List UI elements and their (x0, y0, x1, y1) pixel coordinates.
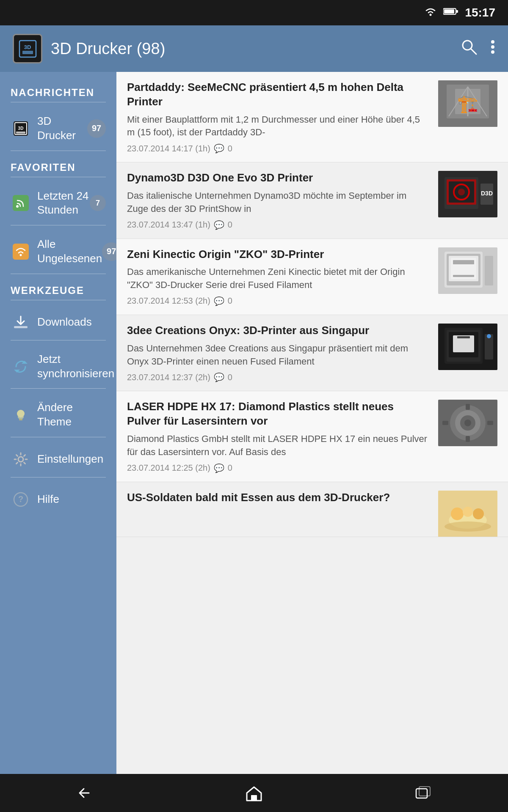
comment-icon-4: 💬 (214, 372, 224, 382)
news-item-laser[interactable]: LASER HDPE HX 17: Diamond Plastics stell… (116, 391, 508, 482)
sidebar-item-help[interactable]: ? Hilfe (0, 482, 116, 517)
sidebar-item-help-label: Hilfe (37, 492, 106, 507)
svg-point-25 (18, 457, 23, 462)
svg-rect-73 (251, 795, 257, 801)
news-content-6: US-Soldaten bald mit Essen aus dem 3D-Dr… (127, 491, 430, 509)
section-nachrichten: NACHRICHTEN (0, 80, 116, 102)
svg-rect-55 (457, 336, 470, 338)
news-item-dynamo3d[interactable]: Dynamo3D D3D One Evo 3D Printer Das ital… (116, 162, 508, 239)
news-date-3: 23.07.2014 12:53 (2h) (127, 296, 210, 306)
comment-icon-5: 💬 (214, 463, 224, 473)
news-image-1 (438, 80, 497, 127)
svg-point-70 (463, 507, 473, 517)
news-title-5: LASER HDPE HX 17: Diamond Plastics stell… (127, 400, 430, 428)
news-date-1: 23.07.2014 14:17 (1h) (127, 144, 210, 154)
badge-alle: 97 (102, 242, 116, 261)
news-meta-5: 23.07.2014 12:25 (2h) 💬 0 (127, 463, 430, 473)
news-desc-1: Mit einer Bauplattform mit 1,2 m Durchme… (127, 113, 430, 140)
back-button[interactable] (68, 780, 102, 806)
app-logo: 3D (13, 34, 42, 63)
comment-icon-1: 💬 (214, 143, 224, 154)
main-layout: NACHRICHTEN 3D 3D Drucker 97 FAVORITEN (0, 72, 508, 774)
news-image-4 (438, 324, 497, 370)
news-comments-3: 0 (228, 296, 232, 306)
sync-icon (11, 357, 31, 377)
divider-6 (11, 300, 106, 300)
news-item-3dee[interactable]: 3dee Creations Onyx: 3D-Printer aus Sing… (116, 315, 508, 391)
svg-rect-24 (19, 419, 22, 420)
news-content-5: LASER HDPE HX 17: Diamond Plastics stell… (127, 400, 430, 473)
battery-icon (443, 7, 458, 18)
sidebar-item-letzten24[interactable]: Letzten 24 Stunden 7 (0, 181, 116, 225)
svg-rect-47 (453, 260, 474, 264)
all-unread-icon (11, 241, 31, 262)
sidebar-item-downloads-label: Downloads (37, 315, 106, 329)
home-button[interactable] (237, 780, 271, 806)
divider-8 (11, 388, 106, 389)
badge-letzten24: 7 (90, 195, 106, 211)
news-comments-4: 0 (228, 373, 232, 382)
divider-5 (11, 274, 106, 274)
sidebar-item-settings[interactable]: Einstellungen (0, 442, 116, 477)
news-desc-5: Diamond Plastics GmbH stellt mit LASER H… (127, 433, 430, 459)
sidebar-item-letzten24-label: Letzten 24 Stunden (37, 189, 90, 218)
svg-point-72 (444, 521, 491, 532)
news-comments-1: 0 (228, 144, 232, 154)
svg-line-9 (471, 49, 476, 54)
svg-rect-48 (453, 275, 474, 277)
divider-10 (11, 477, 106, 477)
svg-point-57 (487, 334, 491, 338)
divider-7 (11, 340, 106, 340)
sidebar-item-sync[interactable]: Jetzt synchronisieren (0, 345, 116, 389)
news-comments-2: 0 (228, 220, 232, 230)
sidebar-item-theme-label: Ändere Theme (37, 401, 106, 429)
divider-2 (11, 151, 106, 151)
svg-text:D3D: D3D (481, 190, 493, 197)
news-image-3 (438, 247, 497, 294)
svg-text:3D: 3D (24, 44, 31, 50)
svg-text:?: ? (18, 494, 23, 504)
svg-rect-64 (466, 436, 470, 442)
sidebar-item-3d-drucker-label: 3D Drucker (37, 114, 87, 143)
news-date-4: 23.07.2014 12:37 (2h) (127, 373, 210, 382)
settings-icon (11, 449, 31, 469)
svg-rect-2 (456, 10, 458, 13)
news-content-3: Zeni Kinectic Origin "ZKO" 3D-Printer Da… (127, 247, 430, 306)
news-desc-4: Das Unternehmen 3dee Creations aus Singa… (127, 342, 430, 368)
sidebar-item-alle-ungelesenen[interactable]: Alle Ungelesenen 97 (0, 230, 116, 274)
news-item-zeni[interactable]: Zeni Kinectic Origin "ZKO" 3D-Printer Da… (116, 239, 508, 315)
sidebar-item-downloads[interactable]: Downloads (0, 304, 116, 340)
svg-text:3D: 3D (18, 126, 24, 131)
news-meta-1: 23.07.2014 14:17 (1h) 💬 0 (127, 143, 430, 154)
news-image-5 (438, 400, 497, 446)
svg-point-0 (430, 14, 432, 16)
news-title-3: Zeni Kinectic Origin "ZKO" 3D-Printer (127, 247, 430, 262)
news-content-2: Dynamo3D D3D One Evo 3D Printer Das ital… (127, 171, 430, 230)
news-item-us-soldaten[interactable]: US-Soldaten bald mit Essen aus dem 3D-Dr… (116, 482, 508, 537)
header-actions (461, 38, 495, 59)
svg-point-62 (464, 420, 471, 426)
svg-point-18 (20, 254, 22, 256)
wifi-icon (424, 7, 437, 19)
divider-4 (11, 225, 106, 225)
app-header: 3D 3D Drucker (98) (0, 25, 508, 72)
rss-icon (11, 193, 31, 213)
svg-rect-19 (14, 326, 28, 328)
svg-rect-65 (442, 421, 448, 425)
sidebar-item-3d-drucker[interactable]: 3D 3D Drucker 97 (0, 107, 116, 151)
news-date-2: 23.07.2014 13:47 (1h) (127, 220, 210, 230)
news-content-1: Partdaddy: SeeMeCNC präsentiert 4,5 m ho… (127, 80, 430, 154)
comment-icon-3: 💬 (214, 296, 224, 306)
svg-rect-63 (466, 404, 470, 410)
sidebar-item-theme[interactable]: Ändere Theme (0, 393, 116, 437)
news-content-4: 3dee Creations Onyx: 3D-Printer aus Sing… (127, 324, 430, 382)
news-title-1: Partdaddy: SeeMeCNC präsentiert 4,5 m ho… (127, 80, 430, 109)
search-icon[interactable] (461, 38, 478, 59)
recent-apps-button[interactable] (406, 780, 440, 806)
news-item-partdaddy[interactable]: Partdaddy: SeeMeCNC präsentiert 4,5 m ho… (116, 72, 508, 162)
more-menu-icon[interactable] (490, 38, 495, 59)
download-icon (11, 312, 31, 332)
svg-point-39 (458, 189, 465, 195)
svg-rect-3 (444, 9, 454, 14)
printer-icon: 3D (11, 118, 31, 139)
